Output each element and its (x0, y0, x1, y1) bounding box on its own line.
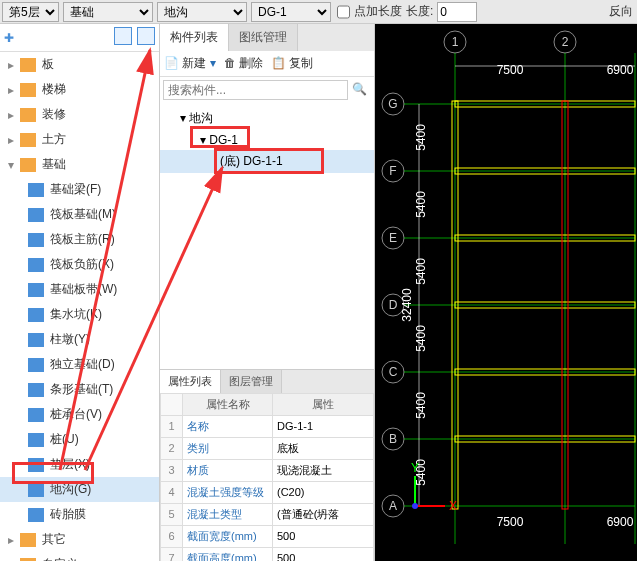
svg-text:5400: 5400 (414, 258, 428, 285)
svg-text:5400: 5400 (414, 191, 428, 218)
svg-text:E: E (389, 231, 397, 245)
search-icon[interactable]: 🔍 (348, 80, 371, 100)
sidebar-subitem[interactable]: 筏板负筋(X) (0, 252, 159, 277)
new-button[interactable]: 📄 新建 ▾ (164, 55, 216, 72)
svg-text:Y: Y (411, 461, 419, 475)
drawing-canvas[interactable]: 1275006900GFEDCBA54005400540054005400540… (375, 24, 637, 561)
expand-icon[interactable]: ✚ (4, 31, 14, 45)
sidebar-item[interactable]: ▸自定义 (0, 552, 159, 561)
svg-text:B: B (389, 432, 397, 446)
sidebar-item[interactable]: ▸楼梯 (0, 77, 159, 102)
top-toolbar: 第5层 基础 地沟 DG-1 点加长度 长度: 反向 (0, 0, 637, 24)
svg-text:5400: 5400 (414, 124, 428, 151)
property-row[interactable]: 5混凝土类型(普通砼(坍落 (161, 503, 374, 525)
sidebar-subitem[interactable]: 砖胎膜 (0, 502, 159, 527)
sidebar-subitem[interactable]: 条形基础(T) (0, 377, 159, 402)
sidebar-item[interactable]: ▸其它 (0, 527, 159, 552)
svg-text:7500: 7500 (497, 63, 524, 77)
svg-text:6900: 6900 (607, 515, 634, 529)
search-input[interactable] (163, 80, 348, 100)
property-row[interactable]: 7截面高度(mm)500 (161, 547, 374, 561)
length-label: 长度: (406, 3, 433, 20)
nav-sidebar: ✚ ▸板▸楼梯▸装修▸土方▾基础基础梁(F)筏板基础(M)筏板主筋(R)筏板负筋… (0, 24, 160, 561)
sidebar-subitem[interactable]: 柱墩(Y) (0, 327, 159, 352)
property-row[interactable]: 3材质现浇混凝土 (161, 459, 374, 481)
svg-text:5400: 5400 (414, 392, 428, 419)
sidebar-subitem[interactable]: 桩承台(V) (0, 402, 159, 427)
property-row[interactable]: 6截面宽度(mm)500 (161, 525, 374, 547)
sidebar-item[interactable]: ▸装修 (0, 102, 159, 127)
comp-tree-item-selected[interactable]: (底) DG-1-1 (160, 150, 374, 173)
tab-property-list[interactable]: 属性列表 (160, 370, 221, 393)
category-select[interactable]: 基础 (63, 2, 153, 22)
sidebar-subitem[interactable]: 垫层(X) (0, 452, 159, 477)
property-row[interactable]: 1名称DG-1-1 (161, 415, 374, 437)
point-add-length-checkbox[interactable] (337, 2, 350, 22)
chk-label: 点加长度 (354, 3, 402, 20)
sidebar-subitem[interactable]: 独立基础(D) (0, 352, 159, 377)
sidebar-subitem[interactable]: 基础梁(F) (0, 177, 159, 202)
sidebar-subitem[interactable]: 筏板主筋(R) (0, 227, 159, 252)
svg-text:6900: 6900 (607, 63, 634, 77)
property-row[interactable]: 2类别底板 (161, 437, 374, 459)
property-row[interactable]: 4混凝土强度等级(C20) (161, 481, 374, 503)
comp-tree-item[interactable]: ▾ DG-1 (160, 130, 374, 150)
sidebar-item[interactable]: ▸土方 (0, 127, 159, 152)
sidebar-subitem[interactable]: 筏板基础(M) (0, 202, 159, 227)
copy-button[interactable]: 📋 复制 (271, 55, 313, 72)
sidebar-subitem[interactable]: 基础板带(W) (0, 277, 159, 302)
svg-point-53 (412, 503, 418, 509)
sidebar-subitem[interactable]: 集水坑(K) (0, 302, 159, 327)
svg-text:2: 2 (562, 35, 569, 49)
col-name: 属性名称 (183, 393, 273, 415)
delete-button[interactable]: 🗑 删除 (224, 55, 263, 72)
svg-text:7500: 7500 (497, 515, 524, 529)
tab-layer-mgmt[interactable]: 图层管理 (221, 370, 282, 393)
tab-drawing-mgmt[interactable]: 图纸管理 (229, 24, 298, 51)
sidebar-item[interactable]: ▾基础 (0, 152, 159, 177)
svg-text:D: D (389, 298, 398, 312)
tab-component-list[interactable]: 构件列表 (160, 24, 229, 51)
sidebar-item[interactable]: ▸板 (0, 52, 159, 77)
svg-text:F: F (389, 164, 396, 178)
reverse-label[interactable]: 反向 (609, 3, 633, 20)
svg-text:32400: 32400 (400, 288, 414, 322)
comp-tree-root[interactable]: ▾ 地沟 (160, 107, 374, 130)
floor-select[interactable]: 第5层 (2, 2, 59, 22)
code-select[interactable]: DG-1 (251, 2, 331, 22)
svg-text:X: X (449, 499, 457, 513)
svg-text:C: C (389, 365, 398, 379)
svg-text:G: G (388, 97, 397, 111)
sidebar-subitem[interactable]: 地沟(G) (0, 477, 159, 502)
length-input[interactable] (437, 2, 477, 22)
sidebar-subitem[interactable]: 桩(U) (0, 427, 159, 452)
component-panel: 构件列表 图纸管理 📄 新建 ▾ 🗑 删除 📋 复制 🔍 ▾ 地沟 ▾ DG-1… (160, 24, 375, 561)
property-table: 属性名称属性 1名称DG-1-12类别底板3材质现浇混凝土4混凝土强度等级(C2… (160, 393, 374, 562)
subcat-select[interactable]: 地沟 (157, 2, 247, 22)
svg-text:5400: 5400 (414, 325, 428, 352)
col-val: 属性 (273, 393, 374, 415)
svg-text:1: 1 (452, 35, 459, 49)
svg-text:A: A (389, 499, 397, 513)
view-list-icon[interactable] (114, 27, 132, 45)
view-grid-icon[interactable] (137, 27, 155, 45)
